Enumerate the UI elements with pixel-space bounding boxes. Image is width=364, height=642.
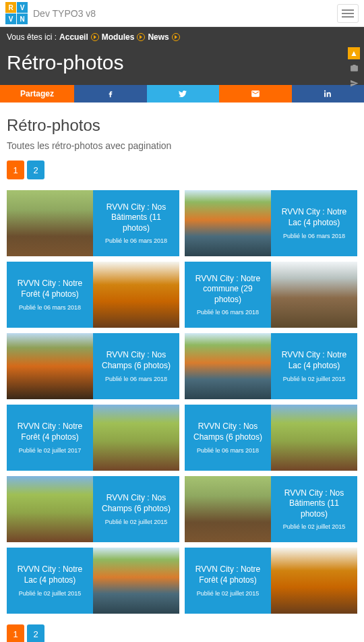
photo-date: Publié le 02 juillet 2015 — [197, 590, 260, 597]
share-twitter-button[interactable] — [147, 85, 220, 103]
photo-info: RVVN City : Nos Champs (6 photos)Publié … — [185, 405, 271, 471]
photo-title: RVVN City : Notre commune (29 photos) — [190, 274, 266, 305]
photo-info: RVVN City : Notre commune (29 photos)Pub… — [185, 262, 271, 328]
photo-date: Publié le 06 mars 2018 — [283, 233, 345, 239]
header: Vous êtes ici : Accueil Modules News Rét… — [0, 27, 364, 85]
chevron-right-icon — [137, 33, 145, 41]
photo-thumbnail — [271, 405, 357, 471]
menu-toggle-button[interactable] — [337, 4, 359, 23]
utility-icons: ▲ — [348, 47, 360, 89]
photo-thumbnail — [7, 333, 93, 399]
photo-date: Publié le 06 mars 2018 — [105, 376, 167, 382]
photo-card[interactable]: RVVN City : Notre Lac (4 photos)Publié l… — [185, 190, 357, 256]
logo-tile-v1: V — [17, 2, 28, 13]
photo-title: RVVN City : Nos Champs (6 photos) — [98, 350, 174, 371]
photo-info: RVVN City : Notre Lac (4 photos)Publié l… — [271, 333, 357, 399]
photo-title: RVVN City : Notre Forêt (4 photos) — [12, 421, 88, 442]
photo-date: Publié le 06 mars 2018 — [197, 309, 259, 316]
photo-info: RVVN City : Notre Lac (4 photos)Publié l… — [7, 548, 93, 614]
chevron-right-icon — [172, 33, 180, 41]
photo-thumbnail — [7, 476, 93, 542]
logo-tile-r: R — [5, 2, 16, 13]
photo-thumbnail — [93, 548, 179, 614]
send-icon[interactable] — [348, 77, 360, 89]
photo-title: RVVN City : Notre Lac (4 photos) — [276, 207, 352, 228]
share-facebook-button[interactable] — [74, 85, 147, 103]
photo-card[interactable]: RVVN City : Nos Champs (6 photos)Publié … — [7, 333, 179, 399]
breadcrumb-prefix: Vous êtes ici : — [7, 32, 57, 42]
photo-title: RVVN City : Nos Champs (6 photos) — [190, 421, 266, 442]
photo-thumbnail — [185, 476, 271, 542]
logo[interactable]: R V V N — [5, 2, 28, 24]
photo-card[interactable]: RVVN City : Nos Champs (6 photos)Publié … — [7, 476, 179, 542]
content-subtitle: Toutes les rétro-photos avec pagination — [7, 140, 357, 151]
photo-title: RVVN City : Notre Lac (4 photos) — [276, 350, 352, 371]
page-2-button[interactable]: 2 — [27, 624, 44, 642]
photo-title: RVVN City : Notre Lac (4 photos) — [12, 564, 88, 585]
breadcrumb-link-accueil[interactable]: Accueil — [59, 32, 88, 42]
scroll-top-icon[interactable]: ▲ — [348, 47, 360, 59]
photo-date: Publié le 02 juillet 2017 — [19, 447, 82, 454]
photo-thumbnail — [271, 548, 357, 614]
photo-thumbnail — [93, 262, 179, 328]
photo-date: Publié le 02 juillet 2015 — [283, 376, 346, 382]
photo-title: RVVN City : Nos Champs (6 photos) — [98, 493, 174, 514]
photo-date: Publié le 02 juillet 2015 — [105, 519, 168, 525]
photo-thumbnail — [7, 190, 93, 256]
pagination-bottom: 1 2 — [7, 624, 357, 642]
photo-card[interactable]: RVVN City : Notre Lac (4 photos)Publié l… — [185, 333, 357, 399]
photo-date: Publié le 06 mars 2018 — [197, 447, 259, 454]
photo-title: RVVN City : Notre Forêt (4 photos) — [12, 279, 88, 299]
page-title: Rétro-photos — [0, 47, 364, 85]
photo-date: Publié le 02 juillet 2015 — [283, 523, 346, 530]
photo-info: RVVN City : Nos Champs (6 photos)Publié … — [93, 476, 179, 542]
share-label: Partagez — [0, 85, 74, 103]
photo-thumbnail — [185, 333, 271, 399]
logo-tile-n: N — [17, 13, 28, 24]
pagination-top: 1 2 — [7, 160, 357, 179]
photo-info: RVVN City : Notre Lac (4 photos)Publié l… — [271, 190, 357, 256]
photo-card[interactable]: RVVN City : Notre Forêt (4 photos)Publié… — [7, 262, 179, 328]
photo-card[interactable]: RVVN City : Notre Forêt (4 photos)Publié… — [185, 548, 357, 614]
photo-grid: RVVN City : Nos Bâtiments (11 photos)Pub… — [7, 190, 357, 614]
camera-icon[interactable] — [348, 62, 360, 74]
photo-card[interactable]: RVVN City : Notre Lac (4 photos)Publié l… — [7, 548, 179, 614]
photo-card[interactable]: RVVN City : Nos Bâtiments (11 photos)Pub… — [7, 190, 179, 256]
photo-thumbnail — [185, 190, 271, 256]
content: Rétro-photos Toutes les rétro-photos ave… — [0, 103, 364, 642]
share-email-button[interactable] — [219, 85, 292, 103]
photo-card[interactable]: RVVN City : Notre Forêt (4 photos)Publié… — [7, 405, 179, 471]
photo-card[interactable]: RVVN City : Notre commune (29 photos)Pub… — [185, 262, 357, 328]
navbar: R V V N Dev TYPO3 v8 — [0, 0, 364, 27]
photo-thumbnail — [271, 262, 357, 328]
photo-info: RVVN City : Nos Champs (6 photos)Publié … — [93, 333, 179, 399]
photo-info: RVVN City : Nos Bâtiments (11 photos)Pub… — [271, 476, 357, 542]
photo-info: RVVN City : Notre Forêt (4 photos)Publié… — [7, 262, 93, 328]
content-title: Rétro-photos — [7, 116, 357, 135]
page-1-button[interactable]: 1 — [7, 160, 24, 179]
photo-info: RVVN City : Notre Forêt (4 photos)Publié… — [7, 405, 93, 471]
share-bar: Partagez — [0, 85, 364, 103]
breadcrumb-link-news[interactable]: News — [148, 32, 169, 42]
brand-text: Dev TYPO3 v8 — [33, 8, 96, 19]
photo-info: RVVN City : Notre Forêt (4 photos)Publié… — [185, 548, 271, 614]
photo-title: RVVN City : Nos Bâtiments (11 photos) — [98, 202, 174, 234]
photo-date: Publié le 06 mars 2018 — [105, 237, 167, 244]
logo-tile-v2: V — [5, 13, 16, 24]
chevron-right-icon — [91, 33, 99, 41]
photo-title: RVVN City : Nos Bâtiments (11 photos) — [276, 488, 352, 520]
photo-card[interactable]: RVVN City : Nos Champs (6 photos)Publié … — [185, 405, 357, 471]
photo-card[interactable]: RVVN City : Nos Bâtiments (11 photos)Pub… — [185, 476, 357, 542]
page-2-button[interactable]: 2 — [27, 160, 44, 179]
page-1-button[interactable]: 1 — [7, 624, 24, 642]
breadcrumb: Vous êtes ici : Accueil Modules News — [0, 27, 364, 47]
photo-info: RVVN City : Nos Bâtiments (11 photos)Pub… — [93, 190, 179, 256]
breadcrumb-link-modules[interactable]: Modules — [102, 32, 135, 42]
photo-thumbnail — [93, 405, 179, 471]
photo-title: RVVN City : Notre Forêt (4 photos) — [190, 564, 266, 585]
photo-date: Publié le 06 mars 2018 — [19, 304, 81, 311]
photo-date: Publié le 02 juillet 2015 — [19, 590, 82, 597]
